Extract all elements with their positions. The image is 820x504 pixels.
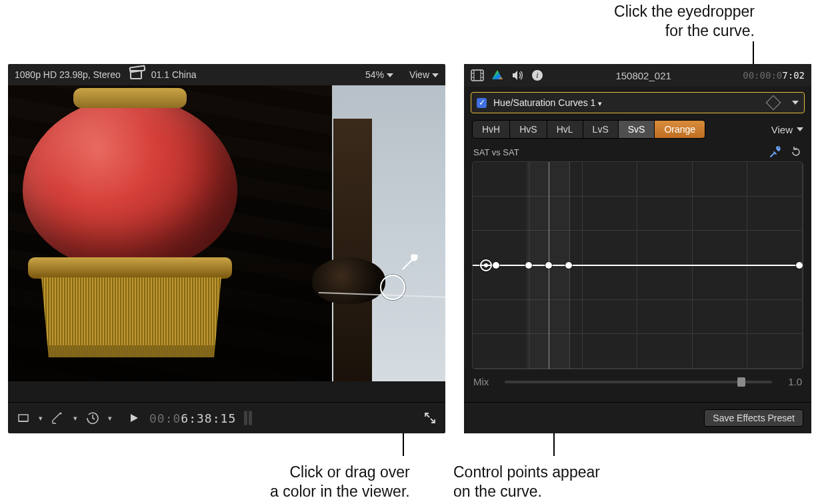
inspector-clip-name: 150802_021 [551,70,736,81]
effect-options-menu[interactable] [792,101,799,105]
curve-section: SAT vs SAT [472,143,803,369]
keyframe-icon[interactable] [766,95,781,111]
curve-tab-hvs[interactable]: HvS [510,121,547,138]
figure-stage: Click the eyedropperfor the curve. Click… [0,0,820,504]
transport-bar: ▾ ▾ ▾ 00:06:38:15 [8,402,445,433]
image-corbel [312,257,385,304]
mix-slider[interactable] [505,381,772,383]
chevron-down-icon: ▾ [108,414,112,423]
curve-title-row: SAT vs SAT [472,143,803,161]
inspector-panel: i 150802_021 00:00:07:02 ✓ Hue/Saturatio… [464,64,811,433]
save-effects-preset-button[interactable]: Save Effects Preset [704,409,803,427]
mix-value[interactable]: 1.0 [788,376,802,387]
crop-menu-icon[interactable] [16,411,31,425]
audio-meter [244,411,252,425]
curve-tab-hvh[interactable]: HvH [473,121,510,138]
curve-line[interactable] [473,265,803,266]
chevron-down-icon: ▾ [39,414,43,423]
clip-name-label: 01.1 China [151,69,197,80]
viewer-panel: 1080p HD 23.98p, Stereo 01.1 China 54% V… [8,64,445,433]
timecode-display[interactable]: 00:06:38:15 [149,411,236,425]
curve-title-label: SAT vs SAT [473,147,519,157]
image-tassel [41,277,221,357]
curve-tabs-row: HvHHvSHvLLvSSvSOrange View [464,113,811,143]
curve-grid[interactable] [472,161,803,369]
svg-point-2 [60,413,62,415]
svg-marker-3 [131,414,138,422]
svg-rect-4 [471,70,483,81]
clapperboard-icon [130,70,142,79]
curve-control-point[interactable] [796,262,803,269]
transform-menu-icon[interactable] [51,411,65,425]
color-inspector-icon[interactable] [491,69,504,82]
view-menu[interactable]: View [409,69,439,80]
curve-tab-hvl[interactable]: HvL [547,121,583,138]
curve-tab-lvs[interactable]: LvS [583,121,619,138]
inspector-header: i 150802_021 00:00:07:02 [464,64,811,87]
viewer-topbar: 1080p HD 23.98p, Stereo 01.1 China 54% V… [8,64,445,85]
mix-label: Mix [473,376,489,387]
effect-enable-checkbox[interactable]: ✓ [477,98,487,108]
callout-eyedropper: Click the eyedropperfor the curve. [614,2,755,41]
curve-control-point[interactable] [493,262,499,269]
curve-tab-orange[interactable]: Orange [655,121,705,138]
info-icon[interactable]: i [531,69,544,82]
inspector-view-menu[interactable]: View [771,124,803,135]
callout-control-points: Control points appearon the curve. [453,463,600,501]
curve-selector-segmented[interactable]: HvHHvSHvLLvSSvSOrange [472,120,705,139]
inspector-footer: Save Effects Preset [464,402,811,433]
film-icon[interactable] [471,69,484,82]
effect-name-menu[interactable]: Hue/Saturation Curves 1 ▾ [493,97,602,108]
eyedropper-button[interactable] [769,145,782,159]
svg-marker-11 [492,70,503,79]
inspector-timecode: 00:00:07:02 [743,70,805,81]
speaker-icon[interactable] [511,69,524,82]
viewer-canvas[interactable] [8,85,445,381]
image-lantern-rim [28,257,232,279]
zoom-menu[interactable]: 54% [365,69,393,80]
reset-curve-button[interactable] [790,146,802,158]
svg-rect-0 [19,415,28,421]
curve-tab-svs[interactable]: SvS [619,121,655,138]
curve-control-point[interactable] [565,262,572,269]
image-pillar [333,119,372,381]
svg-text:i: i [536,71,538,80]
play-button[interactable] [127,411,141,425]
effect-header[interactable]: ✓ Hue/Saturation Curves 1 ▾ [471,92,805,113]
curve-control-point[interactable] [525,262,532,269]
retime-menu-icon[interactable] [85,411,100,425]
clip-format-label: 1080p HD 23.98p, Stereo [15,69,121,80]
chevron-down-icon: ▾ [73,414,77,423]
fullscreen-button[interactable] [423,411,437,425]
mix-row: Mix 1.0 [464,369,811,387]
callout-viewer-pick: Click or drag overa color in the viewer. [270,463,410,501]
curve-control-point[interactable] [545,262,552,269]
eyedropper-cursor-ring [380,275,405,300]
curve-control-point[interactable] [480,259,492,271]
mix-slider-thumb[interactable] [737,377,745,387]
